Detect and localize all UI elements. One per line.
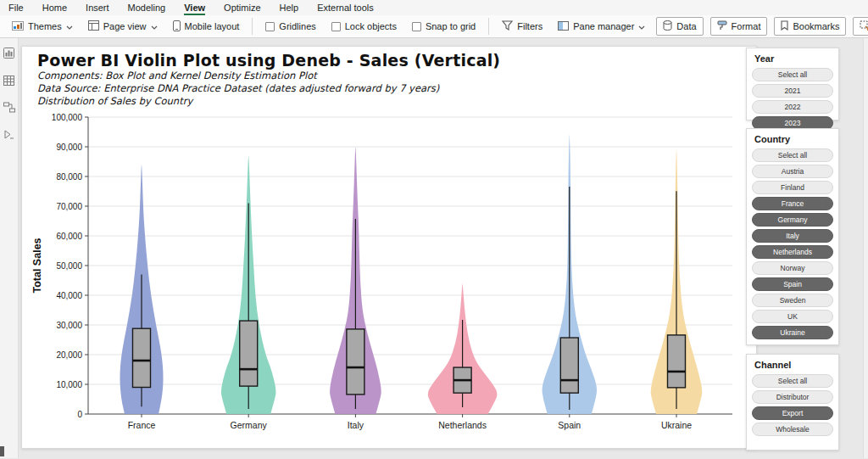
menu-item-help[interactable]: Help	[280, 1, 299, 15]
slicer-option-2022[interactable]: 2022	[752, 100, 833, 114]
svg-text:Ukraine: Ukraine	[661, 420, 692, 430]
channel-slicer-title: Channel	[754, 360, 833, 370]
pane-manager-icon	[558, 21, 569, 32]
mobile-layout-label: Mobile layout	[185, 21, 240, 31]
slicer-option-select-all[interactable]: Select all	[752, 68, 833, 81]
svg-text:100,000: 100,000	[52, 113, 83, 122]
slicer-option-2021[interactable]: 2021	[752, 84, 833, 98]
chevron-down-icon	[638, 21, 645, 31]
svg-text:Germany: Germany	[231, 420, 268, 430]
slicer-option-distributor[interactable]: Distributor	[752, 390, 833, 404]
ribbon-separator	[488, 18, 489, 35]
slicer-option-finland[interactable]: Finland	[752, 181, 833, 194]
menu-bar: FileHomeInsertModelingViewOptimizeHelpEx…	[0, 0, 868, 15]
chart-title: Power BI Violin Plot using Deneb - Sales…	[37, 51, 500, 70]
slicer-option-wholesale[interactable]: Wholesale	[752, 423, 833, 436]
slicer-option-select-all[interactable]: Select all	[752, 374, 833, 388]
page-view-label: Page view	[103, 21, 147, 31]
bookmark-icon	[781, 20, 788, 32]
ribbon-separator	[252, 18, 253, 35]
slicer-option-france[interactable]: France	[752, 197, 833, 210]
country-slicer: Country Select allAustriaFinlandFranceGe…	[746, 128, 839, 345]
mobile-layout-button[interactable]: Mobile layout	[168, 18, 245, 36]
svg-text:40,000: 40,000	[56, 291, 82, 300]
menu-item-home[interactable]: Home	[42, 1, 67, 15]
svg-text:80,000: 80,000	[56, 172, 82, 182]
menu-item-external-tools[interactable]: External tools	[317, 1, 374, 15]
slicer-option-export[interactable]: Export	[752, 406, 833, 420]
format-label: Format	[732, 21, 761, 31]
svg-text:60,000: 60,000	[56, 232, 82, 241]
report-view-icon[interactable]	[3, 47, 14, 62]
filters-button[interactable]: Filters	[497, 18, 548, 35]
format-brush-icon	[717, 20, 727, 32]
left-view-rail	[0, 38, 19, 458]
bookmarks-pane-button[interactable]: Bookmarks	[774, 17, 846, 36]
svg-text:70,000: 70,000	[56, 202, 82, 211]
themes-icon	[12, 21, 24, 32]
svg-text:Italy: Italy	[348, 420, 364, 430]
themes-label: Themes	[28, 21, 62, 31]
data-icon	[663, 20, 672, 32]
chart-subtitle-3: Distribution of Sales by Country	[37, 95, 500, 108]
country-slicer-title: Country	[754, 134, 833, 144]
table-view-icon[interactable]	[3, 74, 14, 89]
slicer-option-ukraine[interactable]: Ukraine	[752, 326, 833, 339]
svg-text:90,000: 90,000	[56, 143, 82, 152]
checkbox-icon	[265, 22, 275, 31]
menu-item-modeling[interactable]: Modeling	[128, 1, 166, 15]
year-slicer: Year Select all202120222023	[746, 48, 839, 120]
ribbon-toolbar: Themes Page view Mobile layout Gridlines…	[0, 15, 868, 38]
checkbox-icon	[412, 22, 421, 31]
year-slicer-title: Year	[754, 53, 833, 64]
format-pane-button[interactable]: Format	[710, 17, 768, 36]
violin-chart-card[interactable]: Power BI Violin Plot using Deneb - Sales…	[21, 46, 757, 449]
menu-item-view[interactable]: View	[184, 1, 205, 15]
menu-item-file[interactable]: File	[8, 1, 24, 15]
pane-manager-label: Pane manager	[573, 21, 634, 31]
checkbox-icon	[331, 22, 341, 31]
filter-funnel-icon	[502, 20, 513, 32]
gridlines-label: Gridlines	[279, 21, 315, 31]
vertical-scrollbar[interactable]	[863, 38, 868, 458]
selection-icon	[860, 20, 868, 32]
svg-text:Netherlands: Netherlands	[438, 420, 487, 430]
svg-text:50,000: 50,000	[56, 261, 82, 271]
svg-text:Total Sales: Total Sales	[31, 238, 43, 293]
model-view-icon[interactable]	[3, 101, 15, 116]
slicer-option-austria[interactable]: Austria	[752, 165, 833, 178]
chevron-down-icon	[66, 21, 73, 31]
slicer-option-sweden[interactable]: Sweden	[752, 294, 833, 307]
rail-scroll-nub[interactable]	[0, 446, 4, 456]
slicer-option-italy[interactable]: Italy	[752, 229, 833, 243]
chart-subtitle-2: Data Source: Enterprise DNA Practice Dat…	[37, 82, 500, 95]
filters-label: Filters	[517, 21, 542, 31]
page-view-icon	[88, 20, 99, 32]
menu-item-optimize[interactable]: Optimize	[224, 1, 260, 15]
selection-pane-button[interactable]: Selection	[853, 17, 868, 36]
menu-item-insert[interactable]: Insert	[86, 1, 109, 15]
slicer-option-uk[interactable]: UK	[752, 310, 833, 323]
mobile-layout-icon	[173, 20, 181, 33]
page-view-button[interactable]: Page view	[83, 18, 163, 35]
chart-title-block: Power BI Violin Plot using Deneb - Sales…	[37, 51, 500, 108]
svg-text:France: France	[128, 420, 156, 430]
pane-manager-button[interactable]: Pane manager	[553, 19, 650, 35]
bookmarks-label: Bookmarks	[793, 21, 839, 31]
themes-button[interactable]: Themes	[7, 19, 78, 35]
slicer-option-spain[interactable]: Spain	[752, 277, 833, 291]
snap-to-grid-label: Snap to grid	[426, 21, 476, 31]
svg-text:Spain: Spain	[558, 420, 581, 430]
slicer-option-norway[interactable]: Norway	[752, 261, 833, 275]
slicer-option-netherlands[interactable]: Netherlands	[752, 245, 833, 259]
gridlines-checkbox[interactable]: Gridlines	[260, 19, 320, 34]
slicer-option-germany[interactable]: Germany	[752, 213, 833, 227]
chart-subtitle-1: Components: Box Plot and Kernel Density …	[37, 70, 500, 82]
svg-text:10,000: 10,000	[56, 380, 82, 389]
data-label: Data	[676, 21, 696, 31]
lock-objects-checkbox[interactable]: Lock objects	[326, 19, 402, 34]
dax-query-view-icon[interactable]	[3, 128, 14, 143]
data-pane-button[interactable]: Data	[656, 17, 703, 36]
slicer-option-select-all[interactable]: Select all	[752, 148, 833, 162]
snap-to-grid-checkbox[interactable]: Snap to grid	[407, 19, 481, 34]
